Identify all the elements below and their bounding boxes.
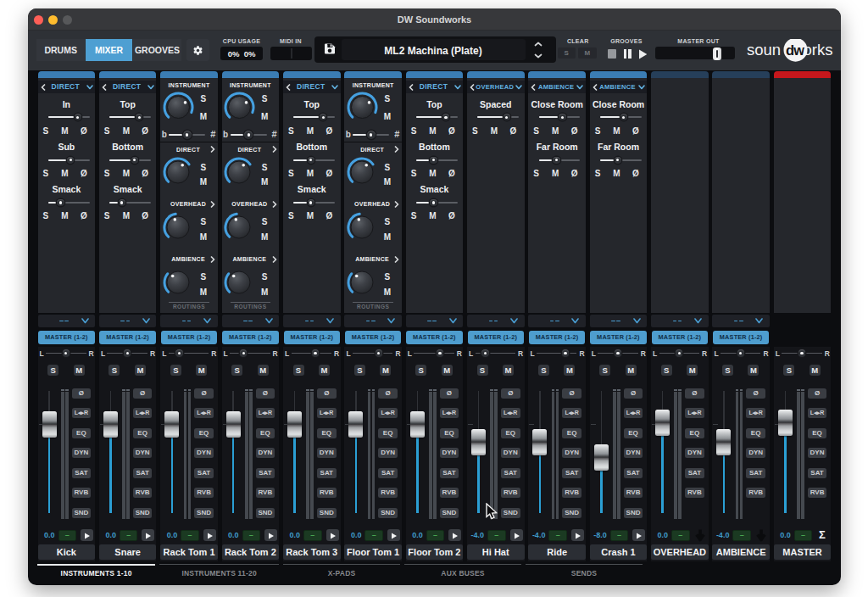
svg-text:orks: orks <box>804 41 833 59</box>
svg-text:dw: dw <box>786 42 804 58</box>
svg-text:soun: soun <box>747 41 781 59</box>
